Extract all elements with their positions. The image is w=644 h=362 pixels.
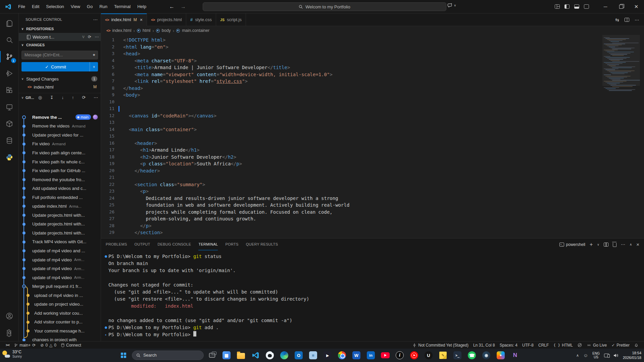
staged-file-row[interactable]: <> index.html M bbox=[19, 83, 101, 91]
powershell-app-icon[interactable]: >_ bbox=[452, 350, 463, 361]
notifications[interactable] bbox=[632, 342, 641, 349]
youtube-music-app-icon[interactable] bbox=[409, 350, 419, 361]
copilot-app-icon[interactable]: ✦ bbox=[495, 350, 506, 361]
customize-layout-icon[interactable] bbox=[555, 4, 560, 9]
code-line[interactable]: 16 <header> bbox=[101, 140, 644, 147]
graph-more-actions-icon[interactable]: ⋯ bbox=[94, 95, 98, 100]
push-icon[interactable]: ↑ bbox=[72, 95, 74, 100]
toggle-secondary-sidebar-icon[interactable] bbox=[584, 4, 589, 9]
open-changes-icon[interactable]: ⇆ bbox=[615, 17, 619, 22]
pull-icon[interactable]: ↓ bbox=[62, 95, 64, 100]
commit-row[interactable]: Update projects.html with... bbox=[19, 228, 101, 238]
clipchamp-app-icon[interactable]: ▶ bbox=[322, 350, 333, 361]
repository-row[interactable]: Welcom t... ⑂ ⟳ ⋯ bbox=[19, 33, 101, 41]
sidebar-more-actions-icon[interactable]: ⋯ bbox=[93, 17, 98, 22]
commit-row[interactable]: changes in project with bbox=[19, 335, 101, 341]
package-icon[interactable] bbox=[0, 115, 19, 132]
code-line[interactable]: 10 bbox=[101, 99, 644, 106]
commit-row[interactable]: Merge pull request #1 fr... bbox=[19, 282, 101, 291]
toggle-panel-icon[interactable] bbox=[574, 4, 579, 9]
commit-row[interactable]: Update projects.html with... bbox=[19, 220, 101, 229]
commit-row[interactable]: Update projects.html with... bbox=[19, 211, 101, 220]
code-line[interactable]: 22 <section class="summary"> bbox=[101, 181, 644, 188]
remote-explorer-icon[interactable] bbox=[0, 99, 19, 115]
commit-row[interactable]: update of mp4 videoArm... bbox=[19, 255, 101, 264]
commit-row[interactable]: update of mp4 video and ... bbox=[19, 246, 101, 255]
commit-row[interactable]: Removed the youtube fro... bbox=[19, 175, 101, 184]
maximize-panel-icon[interactable]: ∧ bbox=[630, 243, 632, 246]
menu-selection[interactable]: Selection bbox=[43, 3, 66, 10]
linkedin-app-icon[interactable]: in bbox=[365, 350, 376, 361]
tray-accessibility-icon[interactable]: ☺ bbox=[583, 353, 588, 358]
copilot-menu[interactable]: ∨ bbox=[447, 3, 456, 8]
whatsapp-app-icon[interactable]: ☎ bbox=[466, 350, 477, 361]
commit-row[interactable]: Add updated videos and c... bbox=[19, 184, 101, 193]
commit-row[interactable]: update of mp4 videoArm... bbox=[19, 264, 101, 273]
repo-more-actions-icon[interactable]: ⋯ bbox=[95, 35, 99, 39]
outlook-app-icon[interactable]: O bbox=[293, 350, 304, 361]
menu-help[interactable]: Help bbox=[135, 3, 149, 10]
problems-status[interactable]: ⊘ 0 △ 0 bbox=[38, 342, 59, 349]
encoding[interactable]: UTF-8 bbox=[520, 342, 536, 349]
graph-section-header[interactable]: ∨ GR... ◎ ↧ ↓ ↑ ⟳ ⋯ bbox=[19, 93, 101, 102]
code-line[interactable]: 29 </section> bbox=[101, 229, 644, 236]
code-line[interactable]: 24 Dedicated and results-driven junior s… bbox=[101, 195, 644, 202]
menu-file[interactable]: File bbox=[15, 3, 28, 10]
tray-overflow-icon[interactable]: ∧ bbox=[576, 353, 579, 358]
panel-tab-debug-console[interactable]: DEBUG CONSOLE bbox=[158, 239, 191, 250]
branch-badge[interactable]: ◉main bbox=[76, 114, 91, 120]
prettier[interactable]: ✓Prettier bbox=[609, 342, 632, 349]
code-line[interactable]: 28 </p> bbox=[101, 222, 644, 229]
breadcrumb-item[interactable]: main.container bbox=[182, 28, 209, 33]
remote-indicator[interactable]: >< bbox=[3, 342, 12, 349]
graph-refresh-icon[interactable]: ⟳ bbox=[82, 95, 86, 100]
commit-row[interactable]: Remove the videosArmand bbox=[19, 122, 101, 131]
code-line[interactable]: 19 <p class="location">South Africa</p> bbox=[101, 160, 644, 167]
tab-style.css[interactable]: #style.css bbox=[186, 13, 216, 26]
commit-row[interactable]: Add visitor counter to p... bbox=[19, 318, 101, 327]
changes-section-header[interactable]: ∨ CHANGES bbox=[19, 41, 101, 49]
clock[interactable]: 18:54 2026/01/18 bbox=[623, 351, 641, 360]
commit-row[interactable]: update of mp4 videoArm... bbox=[19, 273, 101, 282]
notepad-app-icon[interactable]: ≡ bbox=[308, 350, 318, 361]
commit-message-input[interactable]: Message (Ctrl+Ent... ✦ bbox=[21, 51, 98, 59]
breadcrumb-item[interactable]: index.html bbox=[112, 28, 131, 33]
code-line[interactable]: 13 bbox=[101, 119, 644, 126]
start-button[interactable] bbox=[118, 350, 129, 361]
commit-row[interactable]: update on project video... bbox=[19, 300, 101, 309]
source-control-icon[interactable]: 1 bbox=[0, 48, 19, 65]
sticky-notes-app-icon[interactable]: ✎ bbox=[438, 350, 448, 361]
code-line[interactable]: 8</head> bbox=[101, 85, 644, 92]
code-line[interactable]: 1<!DOCTYPE html> bbox=[101, 37, 644, 44]
restore-button[interactable] bbox=[613, 0, 629, 13]
commit-button[interactable]: ✓Commit ∨ bbox=[21, 62, 98, 71]
run-debug-icon[interactable] bbox=[0, 65, 19, 82]
language-indicator[interactable]: ENG US bbox=[592, 352, 600, 359]
commit-row[interactable]: Fix video path for GitHub ... bbox=[19, 166, 101, 175]
database-icon[interactable] bbox=[0, 132, 19, 149]
command-center-search[interactable]: Welcom to my Portfolio bbox=[203, 2, 446, 11]
indentation[interactable]: Spaces: 4 bbox=[497, 342, 520, 349]
steam-app-icon[interactable]: ◉ bbox=[481, 350, 492, 361]
edge-app-icon[interactable] bbox=[279, 350, 290, 361]
code-line[interactable]: 15 bbox=[101, 133, 644, 140]
panel-tab-problems[interactable]: PROBLEMS bbox=[106, 239, 127, 250]
menu-go[interactable]: Go bbox=[84, 3, 95, 10]
fetch-icon[interactable]: ↧ bbox=[50, 95, 54, 100]
language-mode[interactable]: { }HTML bbox=[551, 342, 575, 349]
code-line[interactable]: 14 <main class="container"> bbox=[101, 126, 644, 133]
word-app-icon[interactable]: W bbox=[351, 350, 362, 361]
commit-row[interactable]: Remove the ...◉main bbox=[19, 113, 101, 122]
code-line[interactable]: 11 bbox=[101, 105, 644, 112]
breadcrumb-item[interactable]: html bbox=[143, 28, 151, 33]
generate-commit-message-icon[interactable]: ✦ bbox=[92, 53, 96, 57]
branch-status[interactable]: main+ ⟳ bbox=[12, 342, 38, 349]
menu-edit[interactable]: Edit bbox=[29, 3, 42, 10]
panel-tab-output[interactable]: OUTPUT bbox=[135, 239, 150, 250]
commit-row[interactable]: update index.htmlArma... bbox=[19, 202, 101, 211]
network-icon[interactable] bbox=[604, 354, 609, 357]
terminal-dropdown-icon[interactable]: ∨ bbox=[597, 243, 599, 246]
code-line[interactable]: 2<html lang="en"> bbox=[101, 44, 644, 51]
menu-view[interactable]: View bbox=[68, 3, 83, 10]
editor-more-actions-icon[interactable]: ⋯ bbox=[635, 17, 639, 22]
